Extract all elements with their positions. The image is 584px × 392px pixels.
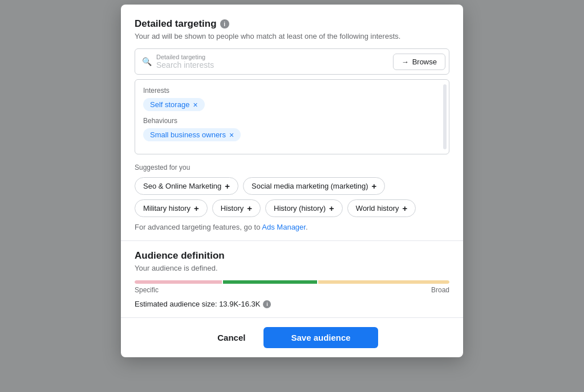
search-label: Detailed targeting [156, 54, 214, 60]
chip-plus-icon: + [194, 203, 199, 213]
ads-manager-prefix: For advanced targeting features, go to [135, 223, 260, 231]
behaviours-tag[interactable]: Small business owners × [143, 128, 241, 141]
modal-body: Detailed targeting i Your ad will be sho… [121, 5, 463, 154]
browse-label: Browse [412, 58, 437, 66]
modal-backdrop: Detailed targeting i Your ad will be sho… [0, 0, 584, 392]
audience-subtitle: Your audience is defined. [135, 264, 449, 272]
chip-history[interactable]: History + [212, 199, 261, 217]
chip-label: World history [356, 204, 399, 213]
tags-area: Interests Self storage × Behaviours Smal… [135, 79, 449, 154]
gauge-labels: Specific Broad [135, 286, 449, 294]
search-label-group: Detailed targeting Search interests [156, 54, 214, 70]
chip-plus-icon: + [372, 181, 377, 191]
search-icon: 🔍 [142, 57, 152, 66]
chip-social-media[interactable]: Social media marketing (marketing) + [243, 177, 385, 195]
chip-label: History [221, 204, 244, 213]
chip-military-history[interactable]: Military history + [135, 199, 208, 217]
tag-text: Self storage [150, 100, 189, 109]
chip-world-history[interactable]: World history + [347, 199, 416, 217]
gauge-broad-label: Broad [431, 286, 449, 294]
interests-label: Interests [143, 87, 441, 95]
suggested-label: Suggested for you [135, 164, 449, 172]
save-button[interactable]: Save audience [263, 327, 378, 348]
gauge-specific-label: Specific [135, 286, 159, 294]
tag-remove-icon[interactable]: × [229, 131, 234, 139]
cancel-button[interactable]: Cancel [206, 328, 257, 347]
gauge-container: Specific Broad [135, 280, 449, 294]
chip-plus-icon: + [402, 203, 407, 213]
interests-tag[interactable]: Self storage × [143, 98, 205, 111]
modal: Detailed targeting i Your ad will be sho… [121, 5, 463, 357]
gauge-segment-green [223, 280, 317, 284]
gauge-track [135, 280, 449, 284]
chip-label: History (history) [274, 204, 326, 213]
ads-manager-link[interactable]: Ads Manager [262, 223, 306, 231]
gauge-segment-pink [135, 280, 222, 284]
search-box: 🔍 Detailed targeting Search interests → … [135, 48, 449, 75]
gauge-segment-yellow [318, 280, 449, 284]
behaviours-label: Behaviours [143, 117, 441, 125]
suggested-section: Suggested for you Seo & Online Marketing… [121, 164, 463, 231]
browse-arrow-icon: → [402, 58, 409, 66]
info-icon[interactable]: i [220, 19, 229, 28]
chip-plus-icon: + [247, 203, 252, 213]
chip-label: Social media marketing (marketing) [252, 182, 368, 190]
chips-row-1: Seo & Online Marketing + Social media ma… [135, 177, 449, 195]
search-inner[interactable]: 🔍 Detailed targeting Search interests [135, 49, 390, 74]
section-title: Detailed targeting [135, 18, 217, 30]
scrollbar[interactable] [443, 84, 447, 149]
tag-remove-icon[interactable]: × [193, 101, 197, 109]
chip-label: Military history [143, 204, 190, 213]
audience-size-text: Estimated audience size: 13.9K-16.3K [135, 300, 260, 308]
audience-size: Estimated audience size: 13.9K-16.3K i [135, 300, 449, 308]
search-placeholder: Search interests [156, 60, 214, 70]
browse-button[interactable]: → Browse [393, 54, 445, 70]
chip-seo[interactable]: Seo & Online Marketing + [135, 177, 238, 195]
chip-history-history[interactable]: History (history) + [265, 199, 343, 217]
tag-text: Small business owners [150, 130, 226, 139]
audience-info-icon[interactable]: i [263, 300, 271, 308]
chip-label: Seo & Online Marketing [143, 182, 221, 190]
chip-plus-icon: + [225, 181, 230, 191]
modal-footer: Cancel Save audience [121, 317, 463, 357]
section-subtitle: Your ad will be shown to people who matc… [135, 32, 449, 40]
audience-title: Audience definition [135, 250, 449, 262]
chip-plus-icon: + [329, 203, 334, 213]
ads-manager-text: For advanced targeting features, go to A… [135, 223, 449, 231]
chips-row-2: Military history + History + History (hi… [135, 199, 449, 217]
audience-section: Audience definition Your audience is def… [121, 241, 463, 317]
